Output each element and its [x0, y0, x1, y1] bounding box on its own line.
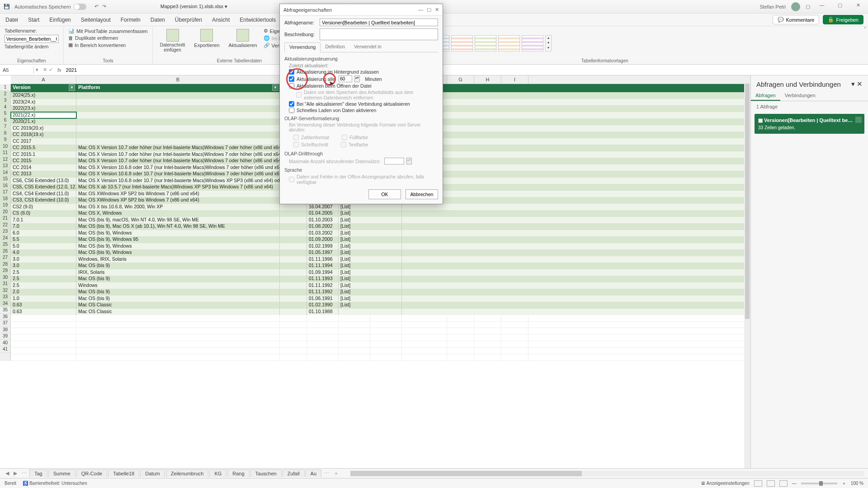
table-row[interactable]: 0.63Mac OS Classic01.02.1990[List] — [11, 302, 750, 309]
sheet-tab[interactable]: Au — [306, 469, 321, 477]
dialog-minimize-icon[interactable]: — — [418, 7, 423, 13]
name-box[interactable]: A5 — [0, 66, 34, 74]
display-settings[interactable]: 🖥 Anzeigeeinstellungen — [701, 481, 749, 486]
redo-icon[interactable]: ↷ — [102, 4, 106, 9]
refresh-on-open-checkbox[interactable] — [289, 83, 294, 89]
sheet-tab[interactable]: Tauschen — [250, 469, 282, 477]
row-num[interactable]: 29 — [0, 267, 10, 274]
row-num[interactable]: 1 — [0, 84, 10, 91]
row-num[interactable]: 31 — [0, 281, 10, 287]
panel-dropdown-icon[interactable]: ▾ — [851, 80, 855, 88]
pivot-button[interactable]: 📊 Mit PivotTable zusammenfassen — [68, 28, 148, 34]
row-num[interactable]: 25 — [0, 241, 10, 248]
sheet-tab[interactable]: Summe — [48, 469, 75, 477]
sheet-nav-prev-icon[interactable]: ◀ — [4, 470, 11, 476]
sheet-tab[interactable]: Tag — [29, 469, 47, 477]
table-style-6[interactable] — [475, 35, 496, 52]
table-row[interactable]: 4.0Mac OS (bis 9), Windows01.05.1997[Lis… — [11, 249, 750, 256]
accept-formula-icon[interactable]: ✓ — [49, 67, 53, 73]
status-accessibility[interactable]: ♿ Barrierefreiheit: Untersuchen — [23, 481, 87, 486]
new-sheet-icon[interactable]: ＋ — [332, 470, 340, 477]
row-num[interactable]: 35 — [0, 307, 10, 314]
autosave-toggle[interactable] — [74, 4, 86, 10]
row-num[interactable]: 34 — [0, 300, 10, 307]
table-row[interactable]: 2.5Mac OS (bis 9)01.11.1993[List] — [11, 276, 750, 282]
row-num[interactable]: 28 — [0, 261, 10, 268]
tab-entwicklertools[interactable]: Entwicklertools — [239, 15, 277, 25]
formula-input[interactable]: 2021 — [63, 66, 868, 74]
cancel-formula-icon[interactable]: ✕ — [43, 67, 47, 73]
refresh-every-checkbox[interactable] — [289, 76, 294, 82]
tab-daten[interactable]: Daten — [150, 15, 166, 25]
row-num[interactable]: 19 — [0, 202, 10, 209]
zoom-value[interactable]: 100 % — [851, 481, 863, 486]
cancel-button[interactable]: Abbrechen — [406, 189, 438, 199]
sheet-tab[interactable]: Tabelle18 — [108, 469, 139, 477]
row-num[interactable]: 13 — [0, 163, 10, 169]
row-num[interactable]: 23 — [0, 228, 10, 235]
minimize-icon[interactable]: — — [816, 2, 828, 11]
slicer-button[interactable]: Datenschnitt einfügen — [157, 28, 188, 53]
convert-range-button[interactable]: ▦ In Bereich konvertieren — [68, 42, 148, 48]
col-head[interactable]: B — [76, 75, 280, 84]
row-num[interactable]: 37 — [0, 320, 10, 327]
row-num[interactable]: 33 — [0, 294, 10, 300]
view-normal-icon[interactable] — [754, 480, 762, 487]
table-row[interactable]: 0.63Mac OS Classic01.10.1988 — [11, 309, 750, 315]
row-num[interactable]: 18 — [0, 196, 10, 202]
fast-load-checkbox[interactable] — [289, 108, 294, 113]
row-num[interactable]: 22 — [0, 222, 10, 229]
comments-button[interactable]: 💬Kommentare — [773, 15, 819, 24]
tab-abfragen[interactable]: Abfragen — [751, 91, 780, 101]
table-style-8[interactable] — [522, 35, 543, 52]
filter-dropdown-icon[interactable]: ▾ — [69, 84, 75, 91]
table-style-5[interactable] — [451, 35, 473, 52]
row-num[interactable]: 27 — [0, 254, 10, 261]
sheet-nav-more-icon[interactable]: ⋯ — [20, 470, 28, 476]
close-icon[interactable]: ✕ — [852, 2, 864, 11]
fx-icon[interactable]: fx — [56, 67, 63, 73]
sheet-more-icon[interactable]: ⋯ — [322, 470, 331, 476]
zoom-slider[interactable] — [801, 483, 837, 484]
filter-dropdown-icon[interactable]: ▾ — [272, 84, 278, 91]
row-num[interactable]: 36 — [0, 314, 10, 320]
avatar[interactable] — [791, 2, 800, 11]
sheet-tab[interactable]: KG — [209, 469, 226, 477]
table-row[interactable]: 5.5Mac OS (bis 9), Windows 9501.09.2000[… — [11, 236, 750, 243]
row-num[interactable]: 32 — [0, 287, 10, 294]
table-row[interactable]: 5.0Mac OS (bis 9), Windows01.02.1999[Lis… — [11, 243, 750, 250]
row-num[interactable]: 11 — [0, 150, 10, 156]
name-box-dropdown-icon[interactable]: ▾ — [34, 67, 40, 73]
panel-close-icon[interactable]: ✕ — [857, 80, 863, 88]
export-button[interactable]: Exportieren — [191, 28, 222, 53]
dialog-tab-verwendung[interactable]: Verwendung — [284, 42, 321, 52]
tab-start[interactable]: Start — [27, 15, 40, 25]
table-row[interactable]: 7.0Mac OS (bis 9), Mac OS X (ab 10.1), W… — [11, 223, 750, 230]
sheet-tab[interactable]: Zeilenumbruch — [166, 469, 209, 477]
col-head[interactable]: A — [11, 75, 76, 84]
table-name-input[interactable] — [5, 35, 59, 43]
refresh-button[interactable]: Aktualisieren — [226, 28, 260, 53]
table-row[interactable]: 6.0Mac OS (bis 9), Windows01.03.2002[Lis… — [11, 230, 750, 237]
row-num[interactable]: 41 — [0, 346, 10, 353]
row-num[interactable]: 20 — [0, 209, 10, 216]
row-num[interactable]: 7 — [0, 123, 10, 130]
tab-ansicht[interactable]: Ansicht — [211, 15, 231, 25]
dialog-tab-definition[interactable]: Definition — [321, 42, 349, 52]
save-icon[interactable]: 💾 — [4, 4, 10, 9]
row-num[interactable]: 2 — [0, 91, 10, 98]
refresh-all-checkbox[interactable] — [289, 101, 294, 107]
row-num[interactable]: 17 — [0, 189, 10, 196]
tab-seitenlayout[interactable]: Seitenlayout — [80, 15, 112, 25]
col-head[interactable]: H — [474, 75, 501, 84]
bg-refresh-checkbox[interactable] — [289, 69, 294, 75]
table-row[interactable]: 2.5IRIX, Solaris01.09.1994[List] — [11, 269, 750, 276]
table-row[interactable]: 2.5Windows01.11.1992[List] — [11, 282, 750, 289]
row-num[interactable]: 12 — [0, 156, 10, 163]
query-item[interactable]: ▦ Versionen[Bearbeiten | Quelltext be… 3… — [755, 114, 864, 134]
row-num[interactable]: 26 — [0, 248, 10, 255]
tab-formeln[interactable]: Formeln — [120, 15, 142, 25]
tab-einfuegen[interactable]: Einfügen — [48, 15, 71, 25]
remove-duplicates-button[interactable]: 🗑 Duplikate entfernen — [68, 35, 148, 41]
row-num[interactable]: 3 — [0, 97, 10, 104]
